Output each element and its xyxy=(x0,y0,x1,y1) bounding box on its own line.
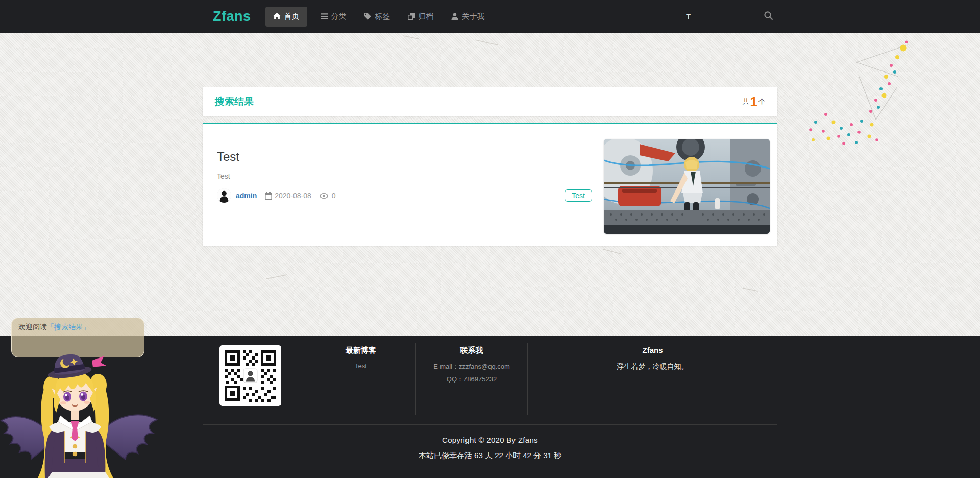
archive-icon xyxy=(408,13,415,20)
author-avatar[interactable] xyxy=(217,188,231,203)
hair-ribbon xyxy=(92,356,106,367)
article-date: 2020-08-08 xyxy=(275,192,311,200)
home-icon xyxy=(273,13,281,20)
tag-icon xyxy=(364,13,372,20)
live2d-mascot-widget: 欢迎阅读「搜索结果」 xyxy=(0,309,168,478)
footer-latest-heading: 最新博客 xyxy=(306,346,415,355)
count-prefix: 共 xyxy=(743,97,749,106)
search-input[interactable] xyxy=(686,12,763,21)
footer-site-name: Zfans xyxy=(528,346,777,354)
footer-qq: QQ：786975232 xyxy=(416,375,527,384)
search-results-title: 搜索结果 xyxy=(215,95,254,108)
footer-contact-column: 联系我 E-mail：zzzfans@qq.com QQ：786975232 xyxy=(415,343,527,415)
nav-item-label: 归档 xyxy=(419,12,434,21)
article-title-link[interactable]: Test xyxy=(217,150,592,164)
views-count: 0 xyxy=(332,192,336,200)
nav-item-tags[interactable]: 标签 xyxy=(364,12,390,21)
navbar-search xyxy=(686,9,774,24)
nav-item-categories[interactable]: 分类 xyxy=(321,12,347,21)
article-excerpt: Test xyxy=(217,172,592,180)
article-body: Test Test admin 2020-08-08 xyxy=(217,124,592,246)
article-meta-row: admin 2020-08-08 0 Test xyxy=(217,188,592,203)
footer-divider xyxy=(203,424,777,425)
footer-motto: 浮生若梦，冷暖自知。 xyxy=(528,362,777,371)
nav-item-label: 分类 xyxy=(331,12,347,21)
count-suffix: 个 xyxy=(758,97,765,106)
search-button[interactable] xyxy=(763,9,774,24)
author-link[interactable]: admin xyxy=(236,192,257,200)
footer-email: E-mail：zzzfans@qq.com xyxy=(416,362,527,371)
site-logo[interactable]: Zfans xyxy=(213,9,251,25)
calendar-icon xyxy=(265,192,272,200)
results-count: 共 1 个 xyxy=(743,95,765,108)
main-nav: 首页 分类 标签 归档 xyxy=(265,7,502,27)
article-tag-button[interactable]: Test xyxy=(565,189,592,202)
article-thumbnail[interactable] xyxy=(604,139,770,234)
footer-about-column: Zfans 浮生若梦，冷暖自知。 xyxy=(527,343,777,415)
bubble-page-link-text: 「搜索结果」 xyxy=(47,323,90,331)
nav-item-label: 标签 xyxy=(375,12,390,21)
footer-contact-heading: 联系我 xyxy=(416,346,527,355)
bubble-text: 欢迎阅读 xyxy=(18,323,47,331)
main-content: 搜索结果 共 1 个 Test Test admin xyxy=(0,33,980,336)
footer-qr-column xyxy=(203,343,306,415)
user-icon xyxy=(451,13,458,20)
mascot-character[interactable] xyxy=(0,350,163,478)
top-navbar: Zfans 首页 分类 标签 xyxy=(0,0,980,33)
search-icon xyxy=(764,11,773,22)
article-card: Test Test admin 2020-08-08 xyxy=(203,123,777,246)
nav-item-label: 首页 xyxy=(284,12,300,21)
nav-item-home[interactable]: 首页 xyxy=(265,7,307,27)
nav-item-label: 关于我 xyxy=(462,12,485,21)
qr-code xyxy=(219,345,281,406)
footer-latest-post-link[interactable]: Test xyxy=(355,362,367,370)
search-results-header: 搜索结果 共 1 个 xyxy=(203,87,777,116)
views-eye-icon xyxy=(320,193,328,199)
count-number: 1 xyxy=(750,95,757,108)
list-icon xyxy=(321,13,328,20)
nav-item-archive[interactable]: 归档 xyxy=(408,12,434,21)
nav-item-about[interactable]: 关于我 xyxy=(451,12,485,21)
footer-latest-column: 最新博客 Test xyxy=(306,343,415,415)
